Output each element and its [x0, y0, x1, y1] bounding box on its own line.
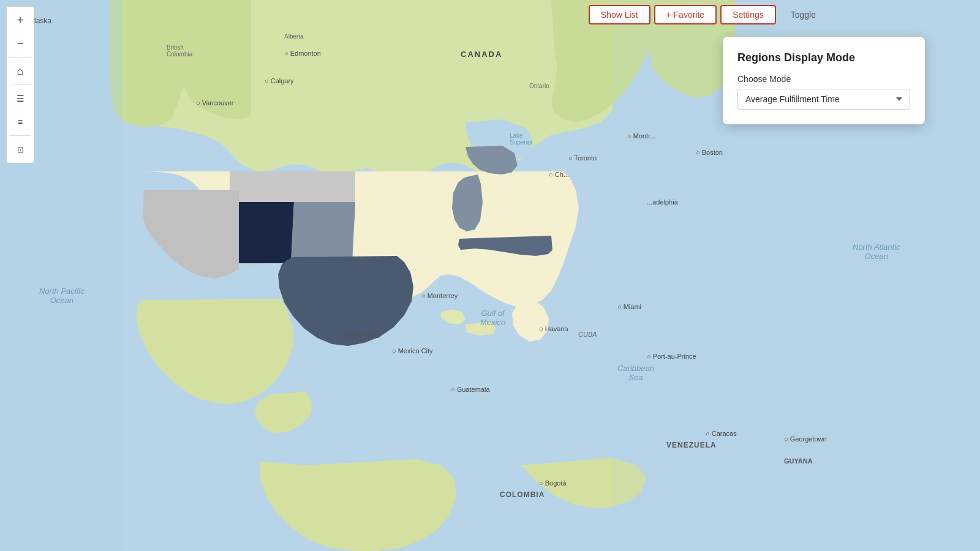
toolbar-divider-2: [9, 84, 31, 85]
toggle-button[interactable]: Toggle: [780, 5, 827, 24]
menu-button[interactable]: ≡: [9, 111, 31, 133]
zoom-in-button[interactable]: +: [9, 9, 31, 31]
settings-panel: Regions Display Mode Choose Mode Average…: [723, 37, 925, 124]
home-button[interactable]: ⌂: [9, 60, 31, 82]
layers-button[interactable]: ☰: [9, 88, 31, 110]
menu-icon: ≡: [18, 117, 23, 127]
settings-button[interactable]: Settings: [720, 5, 776, 24]
mode-select[interactable]: Average Fulfillment Time Order Count Rev…: [737, 89, 910, 110]
top-right-buttons: Show List + Favorite Settings Toggle: [589, 5, 827, 24]
toolbar-divider-3: [9, 135, 31, 136]
fullscreen-icon: ⊡: [17, 145, 24, 154]
layers-icon: ☰: [17, 94, 24, 103]
home-icon: ⌂: [17, 65, 24, 78]
toolbar-divider-1: [9, 57, 31, 58]
choose-mode-label: Choose Mode: [737, 74, 910, 84]
fullscreen-button[interactable]: ⊡: [9, 138, 31, 160]
left-toolbar: + − ⌂ ☰ ≡ ⊡: [6, 6, 34, 163]
settings-panel-title: Regions Display Mode: [737, 51, 910, 64]
zoom-out-button[interactable]: −: [9, 32, 31, 54]
show-list-button[interactable]: Show List: [589, 5, 650, 24]
favorite-button[interactable]: + Favorite: [654, 5, 717, 24]
